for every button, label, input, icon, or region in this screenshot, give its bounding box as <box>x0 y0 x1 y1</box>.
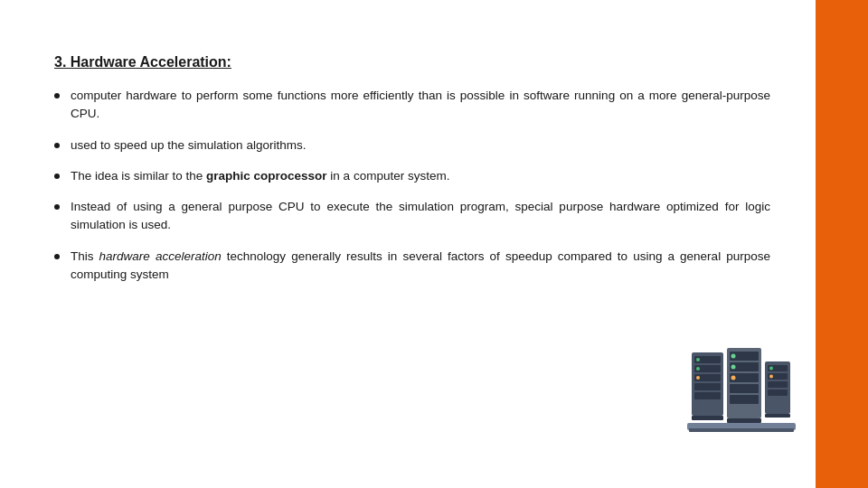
server-image <box>687 343 796 434</box>
list-item: computer hardware to perform some functi… <box>54 87 770 124</box>
italic-hardware-acceleration: hardware acceleration <box>99 249 222 263</box>
svg-rect-29 <box>689 428 794 432</box>
svg-rect-19 <box>727 418 761 423</box>
svg-rect-24 <box>768 389 788 396</box>
bullet-text: The idea is similar to the graphic copro… <box>71 167 770 185</box>
svg-rect-4 <box>694 383 721 390</box>
bullet-text: computer hardware to perform some functi… <box>71 87 770 124</box>
svg-point-7 <box>696 367 700 371</box>
section-title: 3. Hardware Acceleration: <box>54 54 770 70</box>
svg-point-6 <box>696 358 700 361</box>
list-item: Instead of using a general purpose CPU t… <box>54 198 770 235</box>
right-sidebar <box>816 0 868 488</box>
list-item: used to speed up the simulation algorith… <box>54 136 770 155</box>
list-item: The idea is similar to the graphic copro… <box>54 167 770 185</box>
content-area: 3. Hardware Acceleration: computer hardw… <box>0 0 816 488</box>
bullet-text: Instead of using a general purpose CPU t… <box>71 198 770 235</box>
bullet-dot <box>54 204 60 210</box>
svg-rect-23 <box>768 381 788 388</box>
bullet-dot <box>54 254 60 259</box>
svg-rect-27 <box>765 414 790 418</box>
svg-point-16 <box>731 354 736 359</box>
svg-rect-5 <box>694 392 721 399</box>
svg-rect-14 <box>730 384 759 393</box>
list-item: This hardware acceleration technology ge… <box>54 248 770 285</box>
slide-container: 3. Hardware Acceleration: computer hardw… <box>0 0 868 488</box>
bullet-dot <box>54 93 60 99</box>
svg-point-26 <box>769 375 773 379</box>
bullet-dot <box>54 174 60 179</box>
svg-point-8 <box>696 376 700 380</box>
bullet-dot <box>54 143 60 148</box>
svg-point-25 <box>769 367 773 371</box>
svg-point-18 <box>731 376 736 380</box>
bold-coprocessor: graphic coprocessor <box>206 169 327 183</box>
svg-point-17 <box>731 365 736 370</box>
svg-rect-9 <box>692 416 723 420</box>
bullet-text: This hardware acceleration technology ge… <box>71 248 770 285</box>
svg-rect-15 <box>730 395 759 404</box>
bullet-text: used to speed up the simulation algorith… <box>71 136 770 155</box>
bullet-list: computer hardware to perform some functi… <box>54 87 770 296</box>
server-illustration <box>687 343 796 434</box>
